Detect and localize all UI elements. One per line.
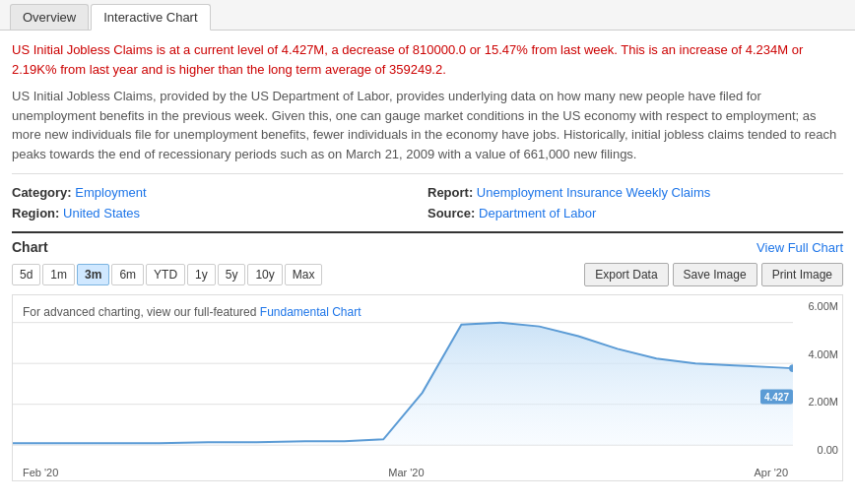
region-row: Region: United States bbox=[12, 203, 428, 223]
region-link[interactable]: United States bbox=[63, 206, 140, 220]
report-row: Report: Unemployment Insurance Weekly Cl… bbox=[428, 182, 843, 203]
time-btn-3m[interactable]: 3m bbox=[77, 264, 109, 285]
report-link[interactable]: Unemployment Insurance Weekly Claims bbox=[477, 185, 710, 200]
region-label: Region: bbox=[12, 206, 59, 220]
time-btn-max[interactable]: Max bbox=[285, 264, 323, 285]
secondary-description: US Initial Jobless Claims, provided by t… bbox=[12, 87, 843, 163]
x-label-feb: Feb '20 bbox=[23, 467, 58, 478]
y-label-4m: 4.00M bbox=[797, 348, 838, 360]
time-btn-10y[interactable]: 10y bbox=[247, 264, 282, 285]
chart-title: Chart bbox=[12, 239, 48, 255]
source-label: Source: bbox=[428, 206, 475, 220]
tab-interactive-chart[interactable]: Interactive Chart bbox=[91, 4, 210, 31]
save-image-button[interactable]: Save Image bbox=[673, 263, 757, 286]
chart-svg bbox=[13, 295, 793, 461]
time-btn-5y[interactable]: 5y bbox=[218, 264, 246, 285]
time-btn-ytd[interactable]: YTD bbox=[146, 264, 185, 285]
category-row: Category: Employment bbox=[12, 182, 428, 203]
source-row: Source: Department of Labor bbox=[428, 203, 843, 223]
main-content: US Initial Jobless Claims is at a curren… bbox=[0, 31, 855, 491]
time-btn-1y[interactable]: 1y bbox=[187, 264, 216, 285]
chart-controls: 5d 1m 3m 6m YTD 1y 5y 10y Max Export Dat… bbox=[12, 263, 843, 286]
report-label: Report: bbox=[428, 185, 473, 200]
tab-bar: Overview Interactive Chart bbox=[0, 0, 855, 31]
chart-section: Chart View Full Chart 5d 1m 3m 6m YTD 1y… bbox=[12, 231, 843, 481]
tab-overview[interactable]: Overview bbox=[10, 4, 89, 30]
export-data-button[interactable]: Export Data bbox=[584, 263, 668, 286]
metadata-grid: Category: Employment Report: Unemploymen… bbox=[12, 173, 843, 223]
chart-area: For advanced charting, view our full-fea… bbox=[12, 294, 843, 481]
print-image-button[interactable]: Print Image bbox=[761, 263, 843, 286]
y-label-2m: 2.00M bbox=[797, 396, 838, 408]
category-link[interactable]: Employment bbox=[75, 185, 146, 200]
time-btn-1m[interactable]: 1m bbox=[42, 264, 75, 285]
category-label: Category: bbox=[12, 185, 72, 200]
y-axis-labels: 6.00M 4.00M 2.00M 0.00 bbox=[793, 295, 842, 461]
y-label-6m: 6.00M bbox=[797, 300, 838, 312]
view-full-chart-link[interactable]: View Full Chart bbox=[756, 240, 843, 255]
time-btn-6m[interactable]: 6m bbox=[111, 264, 144, 285]
x-axis-labels: Feb '20 Mar '20 Apr '20 bbox=[23, 467, 788, 478]
x-label-mar: Mar '20 bbox=[388, 467, 424, 478]
current-value-badge: 4.427 bbox=[760, 389, 793, 404]
chart-header: Chart View Full Chart bbox=[12, 239, 843, 255]
action-buttons-group: Export Data Save Image Print Image bbox=[584, 263, 843, 286]
source-link[interactable]: Department of Labor bbox=[479, 206, 596, 220]
x-label-apr: Apr '20 bbox=[754, 467, 788, 478]
time-buttons-group: 5d 1m 3m 6m YTD 1y 5y 10y Max bbox=[12, 264, 322, 285]
y-label-0: 0.00 bbox=[797, 444, 838, 456]
time-btn-5d[interactable]: 5d bbox=[12, 264, 40, 285]
primary-description: US Initial Jobless Claims is at a curren… bbox=[12, 40, 843, 79]
